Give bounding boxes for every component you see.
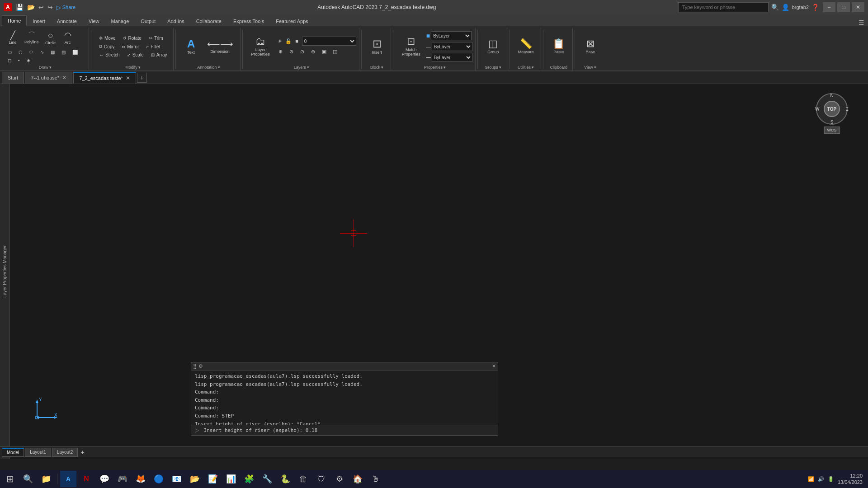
tab-home[interactable]: Home	[2, 15, 27, 26]
lineweight-dropdown[interactable]: ByLayer	[432, 53, 472, 62]
circle-button[interactable]: ○ Circle	[42, 29, 59, 47]
insert-button[interactable]: ⊡ Insert	[366, 33, 388, 60]
quick-open[interactable]: 📂	[27, 4, 35, 11]
arc-button[interactable]: ◠ Arc	[60, 29, 76, 47]
taskbar-mail[interactable]: 📧	[169, 471, 185, 487]
layer-tool-6[interactable]: ◫	[330, 47, 340, 56]
left-properties-panel[interactable]: Layer Properties Manager	[0, 84, 10, 459]
app-logo[interactable]: A	[4, 3, 12, 11]
hatch-button[interactable]: ▦	[47, 48, 58, 56]
line-button[interactable]: ╱ Line	[5, 29, 21, 47]
taskbar-discord[interactable]: 🎮	[114, 471, 131, 487]
layer-tool-1[interactable]: ⊕	[276, 47, 286, 56]
cmdline-input[interactable]	[201, 427, 494, 433]
scale-button[interactable]: ⤢ Scale	[124, 51, 147, 59]
layer-dropdown[interactable]: 0	[302, 37, 356, 46]
add-layout-btn[interactable]: +	[79, 449, 86, 456]
canvas-area[interactable]: N S W E TOP WCS Y X	[10, 84, 868, 459]
color-dropdown[interactable]: ByLayer	[431, 31, 472, 40]
tab-view[interactable]: View	[83, 15, 105, 26]
search-input[interactable]	[678, 2, 769, 12]
text-button[interactable]: A Text	[180, 33, 202, 60]
boundary-button[interactable]: ⬜	[69, 48, 81, 56]
paste-button[interactable]: 📋 Paste	[548, 33, 570, 60]
taskbar-powerpoint[interactable]: 📊	[223, 471, 239, 487]
copy-button[interactable]: ⧉ Copy	[96, 42, 118, 51]
taskbar-python[interactable]: 🐍	[277, 471, 293, 487]
layout-tab-model[interactable]: Model	[2, 448, 24, 457]
start-button[interactable]: ⊞	[2, 471, 18, 487]
modify-group-title[interactable]: Modify ▾	[96, 64, 170, 70]
tab-start[interactable]: Start	[2, 72, 24, 84]
taskbar-volume-icon[interactable]: 🔊	[818, 476, 824, 482]
layout-tab-layout2[interactable]: Layout2	[52, 448, 78, 457]
tab-express[interactable]: Express Tools	[227, 15, 270, 26]
layer-tool-5[interactable]: ▣	[319, 47, 329, 56]
taskbar-battery-icon[interactable]: 🔋	[828, 476, 834, 482]
taskbar-edge[interactable]: 🔵	[151, 471, 167, 487]
fillet-button[interactable]: ⌐ Fillet	[143, 42, 163, 51]
rotate-button[interactable]: ↺ Rotate	[119, 34, 144, 42]
search-icon[interactable]: 🔍	[771, 4, 779, 11]
quick-save[interactable]: 💾	[16, 4, 24, 11]
tab-7-2-escadas[interactable]: 7_2_escadas teste* ✕	[73, 72, 136, 84]
tab-7-1-uhouse[interactable]: 7--1 uhouse* ✕	[25, 72, 72, 84]
layer-freeze-icon[interactable]: ☀	[276, 37, 284, 45]
taskbar-datetime[interactable]: 12:20 13/04/2023	[838, 473, 863, 486]
layer-color-icon[interactable]: ■	[293, 37, 301, 45]
taskbar-netflix[interactable]: N	[78, 471, 94, 487]
clipboard-group-title[interactable]: Clipboard	[548, 64, 570, 70]
taskbar-winrar[interactable]: 🔧	[259, 471, 275, 487]
taskbar-whatsapp[interactable]: 💬	[96, 471, 113, 487]
taskbar-notepad[interactable]: 📝	[205, 471, 221, 487]
revision-button[interactable]: ◈	[24, 56, 33, 64]
properties-group-title[interactable]: Properties ▾	[398, 64, 472, 70]
cmdline-settings-icon[interactable]: ⚙	[198, 363, 203, 369]
layout-tab-layout1[interactable]: Layout1	[25, 448, 51, 457]
taskbar-recycle[interactable]: 🗑	[295, 471, 311, 487]
stretch-button[interactable]: ↔ Stretch	[96, 51, 123, 59]
polygon-button[interactable]: ⬡	[15, 48, 26, 56]
layer-tool-4[interactable]: ⊛	[308, 47, 318, 56]
taskbar-folder[interactable]: 📂	[187, 471, 203, 487]
rect-button[interactable]: ▭	[5, 48, 15, 56]
wcs-label[interactable]: WCS	[824, 127, 840, 134]
close-btn[interactable]: ✕	[852, 2, 864, 12]
tab-manage[interactable]: Manage	[105, 15, 135, 26]
ribbon-menu-icon[interactable]: ☰	[859, 19, 864, 26]
user-avatar[interactable]: 👤	[782, 4, 789, 11]
layer-lock-icon[interactable]: 🔓	[284, 37, 292, 45]
tab-collaborate[interactable]: Collaborate	[190, 15, 227, 26]
group-button[interactable]: ◫ Group	[482, 33, 504, 60]
taskbar-filezilla[interactable]: 🧩	[241, 471, 257, 487]
help-btn[interactable]: ❓	[811, 4, 819, 11]
measure-button[interactable]: 📏 Measure	[514, 33, 538, 60]
redo-btn[interactable]: ↪	[47, 4, 53, 11]
tab-addins[interactable]: Add-ins	[161, 15, 190, 26]
array-button[interactable]: ⊞ Array	[148, 51, 170, 59]
close-7-1-icon[interactable]: ✕	[62, 75, 66, 81]
taskbar-firefox[interactable]: 🦊	[132, 471, 149, 487]
region-button[interactable]: ◻	[5, 56, 14, 64]
tab-featured[interactable]: Featured Apps	[270, 15, 314, 26]
layer-properties-label[interactable]: Layer Properties Manager	[1, 244, 8, 300]
wipeout-button[interactable]: ▪	[15, 56, 23, 64]
layer-tool-3[interactable]: ⊙	[297, 47, 307, 56]
taskbar-search[interactable]: 🔍	[20, 471, 36, 487]
share-btn[interactable]: ▷Share	[57, 4, 75, 11]
polyline-button[interactable]: ⌒ Polyline	[22, 29, 42, 47]
compass-top-btn[interactable]: TOP	[824, 101, 840, 117]
taskbar-file-explorer[interactable]: 📁	[38, 471, 54, 487]
spline-button[interactable]: ∿	[37, 48, 47, 56]
dimension-button[interactable]: ⟵⟶ Dimension	[203, 33, 237, 60]
utilities-group-title[interactable]: Utilities ▾	[514, 64, 538, 70]
undo-btn[interactable]: ↩	[38, 4, 44, 11]
cmdline-close-icon[interactable]: ✕	[492, 363, 496, 369]
trim-button[interactable]: ✂ Trim	[146, 34, 166, 42]
close-7-2-icon[interactable]: ✕	[126, 75, 130, 81]
match-properties-button[interactable]: ⊡ MatchProperties	[398, 34, 425, 59]
taskbar-shield[interactable]: 🛡	[313, 471, 330, 487]
layers-group-title[interactable]: Layers ▾	[247, 64, 356, 70]
ellipse-button[interactable]: ⬭	[26, 48, 37, 56]
move-button[interactable]: ✥ Move	[96, 34, 118, 42]
